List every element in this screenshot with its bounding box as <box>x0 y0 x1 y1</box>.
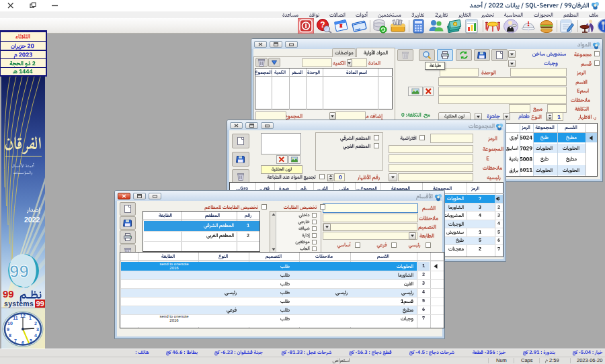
svg-text:2: 2 <box>34 321 37 326</box>
svg-text:4: 4 <box>34 333 37 338</box>
svg-text:99: 99 <box>9 261 29 281</box>
svg-text:9: 9 <box>7 327 9 332</box>
svg-text:6: 6 <box>22 340 24 345</box>
svg-text:5: 5 <box>30 338 32 343</box>
svg-text:7: 7 <box>14 338 17 343</box>
svg-text:10: 10 <box>7 321 13 326</box>
svg-text:11: 11 <box>13 316 18 320</box>
svg-text:8: 8 <box>9 333 11 338</box>
svg-text:3: 3 <box>36 327 39 332</box>
svg-text:1: 1 <box>29 316 32 320</box>
